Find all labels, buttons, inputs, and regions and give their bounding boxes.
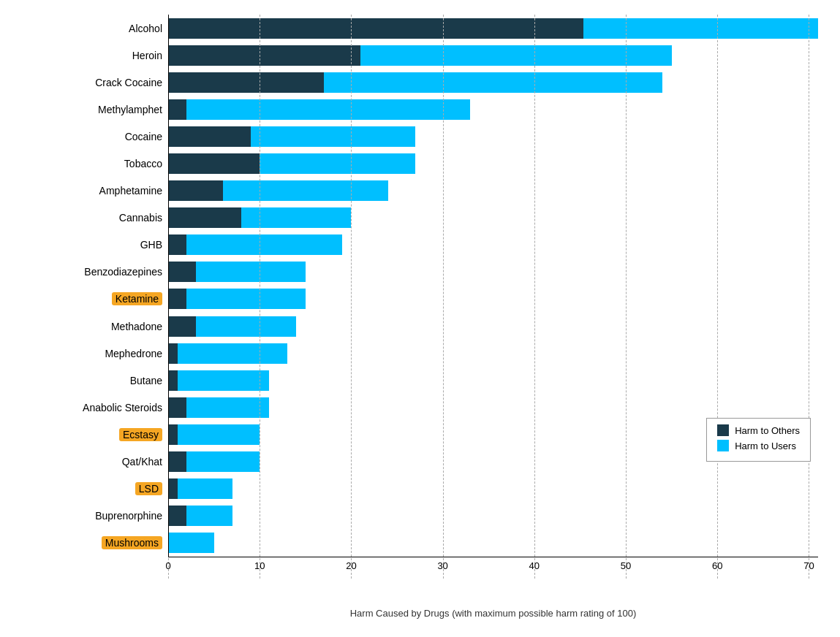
bar-segment-users	[178, 370, 269, 391]
bar-segment-others	[168, 289, 186, 309]
bar-segment-others	[168, 45, 360, 66]
bars-wrapper: AlcoholHeroinCrack CocaineMethylamphetCo…	[168, 15, 818, 557]
bar-segment-users	[360, 45, 672, 66]
bar-combined	[168, 262, 818, 282]
bar-combined	[168, 506, 818, 526]
bar-label: Methylamphet	[98, 104, 162, 115]
bar-segment-others	[168, 343, 178, 364]
table-row: Tobacco	[168, 153, 818, 174]
bar-combined	[168, 45, 818, 66]
table-row: Butane	[168, 370, 818, 391]
table-row: Heroin	[168, 45, 818, 66]
bar-combined	[168, 153, 818, 174]
bar-segment-users	[186, 397, 269, 418]
bar-label: Ecstasy	[119, 428, 162, 441]
bar-label: Crack Cocaine	[95, 77, 162, 88]
bar-label: LSD	[135, 482, 162, 495]
x-tick-60: 60	[712, 560, 722, 571]
bar-label: Heroin	[132, 50, 162, 61]
bar-combined	[168, 72, 818, 93]
x-tick-40: 40	[529, 560, 540, 571]
bar-label: Buprenorphine	[95, 510, 162, 522]
bar-segment-others	[168, 478, 178, 499]
table-row: Cannabis	[168, 207, 818, 228]
x-axis: 010203040506070	[168, 557, 818, 579]
bar-label: Qat/Khat	[122, 456, 162, 468]
bar-segment-others	[168, 424, 178, 445]
bar-segment-others	[168, 18, 583, 39]
bar-combined	[168, 99, 818, 120]
bar-segment-users	[260, 153, 415, 174]
table-row: Cocaine	[168, 126, 818, 147]
bar-label: Benzodiazepines	[84, 266, 162, 278]
legend-item-others: Harm to Others	[717, 424, 800, 436]
bar-combined	[168, 478, 818, 499]
x-axis-label: Harm Caused by Drugs (with maximum possi…	[168, 608, 818, 619]
table-row: GHB	[168, 234, 818, 255]
x-tick-30: 30	[437, 560, 447, 571]
table-row: Methylamphet	[168, 99, 818, 120]
bar-combined	[168, 126, 818, 147]
legend-item-users: Harm to Users	[717, 440, 800, 451]
bar-segment-users	[196, 262, 306, 282]
legend-label-users: Harm to Users	[735, 440, 796, 451]
bar-segment-others	[168, 72, 324, 93]
bar-combined	[168, 289, 818, 309]
bar-combined	[168, 18, 818, 39]
x-tick-10: 10	[254, 560, 265, 571]
chart-area: AlcoholHeroinCrack CocaineMethylamphetCo…	[168, 15, 818, 579]
table-row: LSD	[168, 478, 818, 499]
bar-label: Ketamine	[112, 292, 162, 305]
table-row: Amphetamine	[168, 180, 818, 201]
bar-segment-others	[168, 180, 223, 201]
bar-segment-users	[241, 207, 351, 228]
table-row: Crack Cocaine	[168, 72, 818, 93]
bar-label: Mephedrone	[105, 348, 162, 359]
bar-segment-others	[168, 262, 196, 282]
bar-segment-users	[251, 126, 415, 147]
bar-segment-others	[168, 506, 186, 526]
x-tick-0: 0	[165, 560, 170, 571]
bar-segment-others	[168, 207, 241, 228]
y-axis	[168, 15, 169, 557]
bar-segment-users	[178, 478, 232, 499]
bar-segment-users	[186, 234, 342, 255]
bar-label: GHB	[140, 239, 162, 251]
bar-combined	[168, 207, 818, 228]
table-row: Buprenorphine	[168, 506, 818, 526]
bar-segment-users	[186, 289, 306, 309]
table-row: Alcohol	[168, 18, 818, 39]
bar-segment-others	[168, 370, 178, 391]
bar-label: Tobacco	[124, 158, 162, 169]
bar-combined	[168, 370, 818, 391]
bar-segment-others	[168, 99, 186, 120]
bar-label: Amphetamine	[99, 185, 162, 197]
table-row: Mushrooms	[168, 533, 818, 553]
bar-combined	[168, 533, 818, 553]
bar-segment-others	[168, 316, 196, 337]
chart-container: AlcoholHeroinCrack CocaineMethylamphetCo…	[0, 0, 840, 637]
bar-segment-users	[178, 424, 260, 445]
bar-segment-users	[186, 99, 470, 120]
bar-label: Butane	[130, 375, 162, 386]
x-tick-20: 20	[346, 560, 356, 571]
legend-color-others	[717, 424, 729, 436]
bar-combined	[168, 397, 818, 418]
bar-segment-users	[186, 451, 260, 472]
bar-label: Anabolic Steroids	[83, 402, 162, 413]
bar-segment-others	[168, 153, 260, 174]
bar-segment-users	[186, 506, 232, 526]
bar-segment-others	[168, 451, 186, 472]
bar-segment-others	[168, 126, 251, 147]
bar-label: Cannabis	[119, 212, 162, 224]
bar-segment-users	[196, 316, 297, 337]
bar-segment-others	[168, 234, 186, 255]
bar-segment-users	[178, 343, 287, 364]
legend-color-users	[717, 440, 729, 451]
x-tick-50: 50	[621, 560, 631, 571]
bar-segment-users	[583, 18, 818, 39]
bar-combined	[168, 234, 818, 255]
bar-combined	[168, 316, 818, 337]
bar-segment-others	[168, 397, 186, 418]
legend: Harm to Others Harm to Users	[706, 418, 811, 462]
